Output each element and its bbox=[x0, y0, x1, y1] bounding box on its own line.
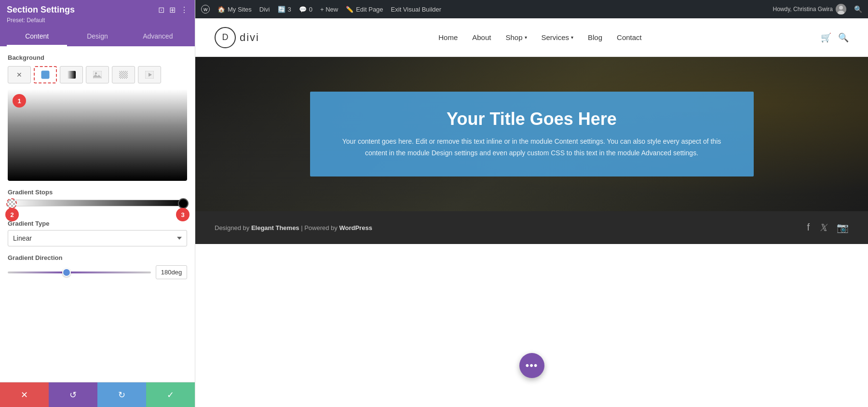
home-icon: 🏠 bbox=[217, 6, 225, 13]
tab-content[interactable]: Content bbox=[7, 27, 67, 46]
new-item[interactable]: + New bbox=[320, 6, 338, 13]
search-icon[interactable]: 🔍 bbox=[854, 5, 862, 13]
svg-rect-1 bbox=[67, 71, 76, 79]
cancel-button[interactable]: ✕ bbox=[0, 382, 49, 407]
gradient-stops-label: Gradient Stops bbox=[8, 189, 187, 196]
comments-item[interactable]: 💬 0 bbox=[299, 6, 312, 13]
site-nav: Home About Shop ▾ Services ▾ Blog Contac… bbox=[438, 33, 642, 41]
edit-page-item[interactable]: ✏️ Edit Page bbox=[346, 6, 383, 13]
gradient-type-select[interactable]: Linear Radial bbox=[8, 230, 187, 246]
my-sites-item[interactable]: 🏠 My Sites bbox=[217, 6, 252, 13]
nav-home[interactable]: Home bbox=[438, 33, 458, 41]
exit-builder-item[interactable]: Exit Visual Builder bbox=[391, 6, 442, 13]
comment-icon: 💬 bbox=[299, 6, 307, 13]
nav-icons: 🛒 🔍 bbox=[821, 32, 849, 43]
my-sites-label: My Sites bbox=[228, 6, 252, 13]
panel-header-icons: ⊡ ⊞ ⋮ bbox=[158, 5, 188, 14]
gradient-stops-track: 2 3 bbox=[8, 200, 187, 206]
gradient-stop-left[interactable]: 2 bbox=[6, 198, 17, 209]
new-label: + New bbox=[320, 6, 338, 13]
badge-3: 3 bbox=[176, 208, 190, 221]
bg-type-image[interactable] bbox=[86, 66, 109, 83]
search-nav-icon[interactable]: 🔍 bbox=[838, 32, 849, 43]
fab-dots-icon: ••• bbox=[525, 359, 538, 372]
redo-icon: ↻ bbox=[118, 390, 125, 400]
more-icon[interactable]: ⋮ bbox=[180, 5, 188, 14]
gradient-direction-row: 180deg bbox=[8, 265, 187, 279]
site-footer: Designed by Elegant Themes | Powered by … bbox=[195, 211, 868, 244]
exit-builder-label: Exit Visual Builder bbox=[391, 6, 442, 13]
save-button[interactable]: ✓ bbox=[146, 382, 195, 407]
instagram-icon[interactable]: 📷 bbox=[837, 222, 849, 233]
svg-point-12 bbox=[839, 6, 843, 10]
update-count: 3 bbox=[288, 6, 291, 13]
edit-page-label: Edit Page bbox=[356, 6, 383, 13]
wordpress-icon: W bbox=[201, 5, 210, 14]
footer-wordpress: WordPress bbox=[339, 224, 372, 231]
bg-type-row: ✕ bbox=[8, 66, 187, 83]
site-header: D divi Home About Shop ▾ Services ▾ Blog… bbox=[195, 18, 868, 57]
services-caret: ▾ bbox=[571, 35, 573, 40]
logo-letter: D bbox=[222, 32, 229, 42]
gradient-direction-label: Gradient Direction bbox=[8, 254, 187, 261]
save-icon: ✓ bbox=[167, 390, 174, 400]
gradient-stop-right[interactable]: 3 bbox=[178, 198, 189, 209]
comment-count: 0 bbox=[309, 6, 312, 13]
update-counter-item[interactable]: 🔄 3 bbox=[278, 6, 291, 13]
panel-footer: ✕ ↺ ↻ ✓ bbox=[0, 382, 195, 407]
facebook-icon[interactable]: f bbox=[807, 222, 810, 233]
bg-type-color[interactable] bbox=[34, 66, 57, 83]
resize-icon[interactable]: ⊡ bbox=[158, 5, 164, 14]
divi-label: Divi bbox=[259, 6, 270, 13]
bg-type-gradient[interactable] bbox=[60, 66, 83, 83]
svg-point-3 bbox=[95, 72, 97, 74]
bg-type-none[interactable]: ✕ bbox=[8, 66, 31, 83]
redo-button[interactable]: ↻ bbox=[97, 382, 146, 407]
nav-shop[interactable]: Shop ▾ bbox=[505, 33, 527, 41]
nav-blog[interactable]: Blog bbox=[588, 33, 602, 41]
site-hero: Your Title Goes Here Your content goes h… bbox=[195, 57, 868, 211]
wp-logo-item[interactable]: W bbox=[201, 5, 210, 14]
panel-tabs: Content Design Advanced bbox=[7, 27, 188, 46]
tab-advanced[interactable]: Advanced bbox=[128, 27, 188, 46]
badge-2: 2 bbox=[5, 208, 19, 221]
columns-icon[interactable]: ⊞ bbox=[169, 5, 176, 14]
gradient-direction-thumb[interactable] bbox=[62, 268, 71, 277]
footer-social: f 𝕏 📷 bbox=[807, 222, 849, 233]
divi-item[interactable]: Divi bbox=[259, 6, 270, 13]
preset-label[interactable]: Preset: Default bbox=[7, 17, 188, 24]
shop-caret: ▾ bbox=[525, 35, 527, 40]
twitter-icon[interactable]: 𝕏 bbox=[819, 222, 827, 233]
admin-user-greeting[interactable]: Howdy, Christina Gwira bbox=[773, 4, 846, 14]
avatar bbox=[836, 4, 846, 14]
cancel-icon: ✕ bbox=[21, 390, 28, 400]
site-content-area: ••• bbox=[195, 244, 868, 407]
gradient-direction-value[interactable]: 180deg bbox=[156, 265, 187, 279]
background-label: Background bbox=[8, 54, 187, 61]
nav-about[interactable]: About bbox=[472, 33, 491, 41]
hero-body: Your content goes here. Edit or remove t… bbox=[339, 136, 725, 159]
section-settings-panel: Section Settings ⊡ ⊞ ⋮ Preset: Default C… bbox=[0, 0, 195, 407]
gradient-direction-slider-track bbox=[8, 271, 151, 273]
svg-rect-0 bbox=[41, 71, 49, 79]
wp-admin-bar: W 🏠 My Sites Divi 🔄 3 💬 0 + New ✏️ Edit … bbox=[195, 0, 868, 18]
hero-content-box: Your Title Goes Here Your content goes h… bbox=[310, 92, 754, 176]
panel-title: Section Settings bbox=[7, 5, 75, 15]
bg-type-video[interactable] bbox=[138, 66, 161, 83]
logo-text: divi bbox=[240, 31, 259, 44]
site-logo[interactable]: D divi bbox=[215, 27, 259, 48]
cart-icon[interactable]: 🛒 bbox=[821, 32, 831, 43]
hero-title: Your Title Goes Here bbox=[339, 109, 725, 129]
nav-contact[interactable]: Contact bbox=[617, 33, 642, 41]
panel-body: Background ✕ 1 Gradient Stops bbox=[0, 46, 195, 382]
badge-1: 1 bbox=[13, 94, 26, 108]
bg-type-pattern[interactable] bbox=[112, 66, 135, 83]
svg-text:W: W bbox=[203, 7, 208, 12]
gradient-preview: 1 bbox=[8, 89, 187, 181]
tab-design[interactable]: Design bbox=[67, 27, 127, 46]
nav-services[interactable]: Services ▾ bbox=[542, 33, 574, 41]
refresh-icon: 🔄 bbox=[278, 6, 285, 13]
undo-button[interactable]: ↺ bbox=[49, 382, 97, 407]
footer-text-mid: | Powered by bbox=[299, 224, 339, 231]
fab-button[interactable]: ••• bbox=[519, 353, 544, 378]
